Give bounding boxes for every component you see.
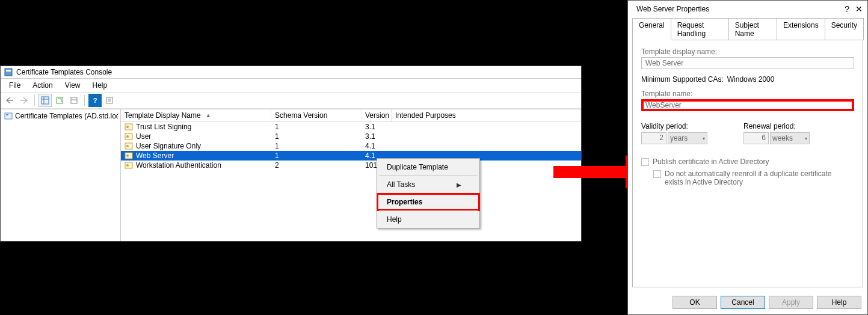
menu-file[interactable]: File <box>3 80 26 91</box>
dialog-tabs: General Request Handling Subject Name Ex… <box>632 18 863 40</box>
template-display-name-field: Web Server <box>641 57 854 69</box>
row-version: 3.1 <box>362 122 392 132</box>
renewal-period-label: Renewal period: <box>743 122 810 130</box>
tab-subject-name[interactable]: Subject Name <box>728 18 777 40</box>
svg-rect-12 <box>6 114 8 115</box>
dialog-window-controls: ? ✕ <box>845 4 863 14</box>
row-version: 3.1 <box>362 132 392 141</box>
certificate-templates-icon <box>4 112 13 120</box>
chevron-down-icon: ▾ <box>805 136 807 141</box>
menu-action[interactable]: Action <box>26 80 58 91</box>
tab-request-handling[interactable]: Request Handling <box>671 18 729 40</box>
validity-period-group: Validity period: 2 years▾ <box>641 122 707 144</box>
ctx-all-tasks[interactable]: All Tasks▶ <box>378 177 478 192</box>
svg-rect-0 <box>5 69 12 76</box>
table-row[interactable]: Web Server14.1 <box>121 151 581 161</box>
row-purpose <box>392 145 581 147</box>
certificate-template-icon <box>125 132 133 141</box>
period-row: Validity period: 2 years▾ Renewal period… <box>641 122 854 144</box>
row-schema: 1 <box>271 132 362 141</box>
refresh-button[interactable] <box>53 94 66 107</box>
svg-rect-6 <box>71 97 77 103</box>
renewal-period-group: Renewal period: 6 weeks▾ <box>743 122 810 144</box>
reenroll-checkbox-row: Do not automatically reenroll if a dupli… <box>653 170 854 186</box>
properties-dialog: Web Server Properties ? ✕ General Reques… <box>627 0 868 315</box>
help-button[interactable]: ? <box>88 94 102 107</box>
dialog-close-icon[interactable]: ✕ <box>855 4 863 14</box>
col-header-schema[interactable]: Schema Version <box>271 109 362 121</box>
tree-pane: Certificate Templates (AD.std.loc <box>1 109 121 241</box>
svg-rect-2 <box>42 97 49 104</box>
toolbar-separator <box>84 95 85 106</box>
sort-ascending-icon: ▲ <box>206 112 211 118</box>
tab-extensions[interactable]: Extensions <box>777 18 825 40</box>
context-menu: Duplicate Template All Tasks▶ Properties… <box>377 158 480 228</box>
console-window: Certificate Templates Console File Actio… <box>0 66 582 242</box>
publish-certificate-checkbox <box>641 158 649 166</box>
ctx-properties[interactable]: Properties <box>378 195 478 209</box>
help-button[interactable]: Help <box>817 296 861 309</box>
certificate-template-icon <box>125 151 133 160</box>
menu-help[interactable]: Help <box>87 80 114 91</box>
console-toolbar: ? <box>1 92 581 109</box>
dialog-help-icon[interactable]: ? <box>845 4 849 14</box>
min-supported-cas-value: Windows 2000 <box>727 75 775 84</box>
certificate-template-icon <box>125 161 133 170</box>
nav-back-button[interactable] <box>3 94 16 107</box>
col-header-version[interactable]: Version <box>362 109 392 121</box>
console-menubar: File Action View Help <box>1 79 581 92</box>
col-header-purpose[interactable]: Intended Purposes <box>392 109 581 121</box>
ctx-help[interactable]: Help <box>378 212 478 227</box>
ctx-duplicate-template[interactable]: Duplicate Template <box>378 160 478 174</box>
table-row[interactable]: Trust List Signing13.1 <box>121 122 581 132</box>
row-schema: 2 <box>271 161 362 170</box>
nav-forward-button[interactable] <box>17 94 31 107</box>
min-supported-cas-row: Minimum Supported CAs: Windows 2000 <box>641 75 854 84</box>
svg-point-22 <box>126 164 129 167</box>
ctx-properties-highlight: Properties <box>377 193 480 211</box>
list-rows: Trust List Signing13.1User13.1User Signa… <box>121 122 581 170</box>
certificate-template-icon <box>125 142 133 150</box>
properties-toolbar-button[interactable] <box>103 94 116 107</box>
export-button[interactable] <box>67 94 81 107</box>
dialog-buttons: OK Cancel Apply Help <box>628 292 867 314</box>
template-name-row: Template name: WebServer <box>641 90 854 111</box>
toolbar-separator <box>34 95 35 106</box>
publish-certificate-checkbox-row: Publish certificate in Active Directory <box>641 158 854 166</box>
view-details-button[interactable] <box>38 94 52 107</box>
renewal-unit-select: weeks▾ <box>770 132 810 144</box>
ok-button[interactable]: OK <box>673 296 717 309</box>
min-supported-cas-label: Minimum Supported CAs: <box>641 75 724 84</box>
certificate-template-icon <box>125 123 133 131</box>
list-pane: Template Display Name▲ Schema Version Ve… <box>121 109 581 241</box>
table-row[interactable]: User13.1 <box>121 132 581 141</box>
svg-point-14 <box>126 126 129 128</box>
row-schema: 1 <box>271 141 362 151</box>
publish-certificate-label: Publish certificate in Active Directory <box>653 158 769 166</box>
table-row[interactable]: User Signature Only14.1 <box>121 141 581 151</box>
tab-security[interactable]: Security <box>825 18 864 40</box>
svg-rect-1 <box>6 70 11 72</box>
svg-point-20 <box>126 154 129 157</box>
svg-point-16 <box>126 135 129 138</box>
chevron-down-icon: ▾ <box>703 136 705 141</box>
row-purpose <box>392 126 581 127</box>
reenroll-label: Do not automatically reenroll if a dupli… <box>665 170 845 186</box>
col-header-name[interactable]: Template Display Name▲ <box>121 109 271 121</box>
table-row[interactable]: Workstation Authentication2101.0Client A… <box>121 161 581 170</box>
tree-root-label: Certificate Templates (AD.std.loc <box>15 112 118 120</box>
row-name: User Signature Only <box>136 142 201 150</box>
tab-general[interactable]: General <box>632 18 671 40</box>
dialog-title-text: Web Server Properties <box>636 5 709 13</box>
template-name-label: Template name: <box>641 90 854 98</box>
row-purpose <box>392 155 581 156</box>
svg-rect-8 <box>106 97 112 103</box>
tree-root-item[interactable]: Certificate Templates (AD.std.loc <box>3 111 118 121</box>
cancel-button[interactable]: Cancel <box>721 296 765 309</box>
row-schema: 1 <box>271 151 362 161</box>
console-titlebar: Certificate Templates Console <box>1 66 581 79</box>
apply-button: Apply <box>769 296 813 309</box>
menu-view[interactable]: View <box>59 80 87 91</box>
row-name: Web Server <box>136 151 174 160</box>
row-name: User <box>136 132 151 141</box>
